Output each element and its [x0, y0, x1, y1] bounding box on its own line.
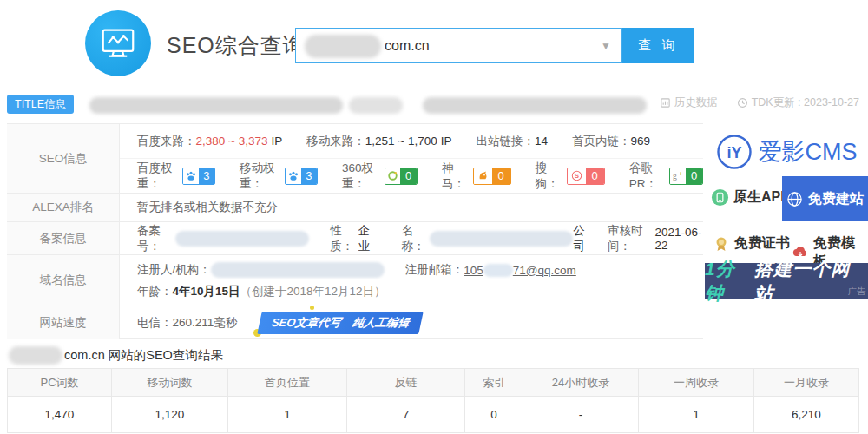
- row-label-alexa: ALEXA排名: [7, 194, 120, 221]
- domain-row: 域名信息 注册人/机构： 注册邮箱： 105 71@qq.com 年龄： 4年1…: [7, 255, 703, 306]
- baidu-paw-icon: [183, 168, 199, 184]
- history-data-link[interactable]: 历史数据: [660, 95, 718, 110]
- svg-text:+: +: [679, 171, 682, 177]
- seo-results-table: PC词数 移动词数 首页位置 反链 索引 24小时收录 一周收录 一月收录 1,…: [7, 368, 859, 433]
- seo-writing-ad-link[interactable]: SEO文章代写 纯人工编辑: [258, 312, 424, 334]
- domain-age: 4年10月15日: [173, 284, 240, 299]
- value-cell: 1: [228, 397, 347, 432]
- sogou-s-icon: S: [568, 168, 585, 184]
- name-label: 名称：: [402, 223, 431, 254]
- search-input[interactable]: com.cn ▼: [295, 28, 622, 63]
- weight-shenma: 神马： 0: [442, 161, 511, 192]
- redacted-registrant: [211, 262, 385, 278]
- audit-label: 审核时间：: [608, 223, 654, 254]
- certificate-icon: [713, 235, 730, 253]
- redacted-title-blur: [349, 97, 403, 114]
- col-header: 索引: [465, 369, 523, 396]
- chevron-down-icon[interactable]: ▼: [601, 40, 611, 52]
- redacted-title-blur: [423, 97, 647, 114]
- outlinks-value: 14: [535, 135, 548, 148]
- mobile-traffic-value: 1,251 ~ 1,700: [365, 135, 437, 148]
- clock-icon: [737, 97, 748, 108]
- 360-ring-icon: [385, 168, 401, 184]
- redacted-company-name: [430, 231, 573, 247]
- svg-text:g: g: [673, 171, 677, 181]
- telecom-label: 电信：: [137, 315, 173, 331]
- col-header: 24小时收录: [523, 369, 639, 396]
- cms-brand-link[interactable]: iY 爱影CMS: [705, 134, 868, 170]
- results-value-row: 1,470 1,120 1 7 0 - 1 6,210: [8, 397, 858, 432]
- domain-created: （创建于2018年12月12日）: [240, 284, 386, 299]
- ad-mark: 广告: [848, 286, 865, 298]
- site-info-table: SEO信息 百度来路： 2,380 ~ 3,373 IP 移动来路： 1,251…: [7, 123, 703, 339]
- results-header-row: PC词数 移动词数 首页位置 反链 索引 24小时收录 一周收录 一月收录: [8, 369, 858, 397]
- svg-text:S: S: [575, 172, 579, 180]
- decor-dot: [310, 306, 314, 310]
- redacted-domain-blur: [9, 346, 62, 365]
- homelinks-label: 首页内链：: [572, 134, 631, 149]
- globe-icon: [786, 191, 803, 207]
- weight-sogou: 搜狗： S 0: [536, 161, 605, 192]
- weight-mobile: 移动权重： 3: [240, 161, 318, 192]
- age-label: 年龄：: [137, 284, 173, 299]
- value-cell: 1,120: [112, 397, 228, 432]
- homelinks-value: 969: [630, 135, 650, 148]
- cms-brand-name: 爱影CMS: [759, 136, 858, 168]
- baidu-traffic-value: 2,380 ~ 3,373: [196, 135, 268, 148]
- free-build-link[interactable]: 免费建站: [782, 176, 868, 221]
- value-cell: 1: [639, 397, 754, 432]
- nature-value: 企业: [358, 223, 378, 254]
- seo-query-page: SEO综合查询 com.cn ▼ 查 询 TITLE信息 历史数据 TD: [0, 0, 868, 434]
- weight-360: 360权重： 0: [342, 161, 418, 192]
- search-value: com.cn: [385, 38, 430, 54]
- native-app-link[interactable]: 原生APP: [711, 188, 790, 207]
- row-label-domain: 域名信息: [7, 255, 120, 306]
- seo-info-row: SEO信息 百度来路： 2,380 ~ 3,373 IP 移动来路： 1,251…: [7, 124, 703, 194]
- audit-date: 2021-06-22: [654, 226, 703, 252]
- col-header: 反链: [347, 369, 465, 396]
- row-label-speed: 网站速度: [7, 306, 120, 339]
- registrant-email-link[interactable]: 105 71@qq.com: [464, 264, 576, 277]
- app-logo: [85, 10, 151, 76]
- redacted-title-blur: [89, 97, 343, 114]
- results-title: com.cn 网站的SEO查询结果: [9, 346, 223, 365]
- col-header: 移动词数: [112, 369, 228, 396]
- value-cell: -: [523, 397, 639, 432]
- telecom-value: 260.211毫秒: [173, 315, 238, 331]
- outlinks-label: 出站链接：: [476, 134, 535, 149]
- baidu-traffic-label: 百度来路：: [137, 134, 196, 149]
- row-label-beian: 备案信息: [7, 222, 120, 254]
- svg-text:iY: iY: [727, 144, 741, 161]
- value-cell: 0: [465, 397, 523, 432]
- company-suffix: 公司: [573, 223, 592, 254]
- value-cell: 7: [347, 397, 465, 432]
- banner-text: 搭建一个网站: [754, 257, 868, 306]
- mobile-traffic-label: 移动来路：: [306, 134, 365, 149]
- row-label-seo: SEO信息: [7, 124, 120, 193]
- email-label: 注册邮箱：: [405, 262, 464, 278]
- speed-row: 网站速度 电信： 260.211毫秒 SEO文章代写 纯人工编辑: [7, 306, 703, 339]
- native-app-icon: [711, 188, 729, 207]
- shenma-icon: [474, 168, 491, 184]
- redacted-email-part: [483, 264, 513, 277]
- col-header: PC词数: [8, 369, 112, 396]
- build-site-banner-link[interactable]: 1分钟 搭建一个网站 广告: [705, 263, 868, 299]
- alexa-row: ALEXA排名 暂无排名或相关数据不充分: [7, 194, 703, 222]
- free-cert-link[interactable]: 免费证书: [713, 234, 790, 253]
- col-header: 一周收录: [639, 369, 754, 396]
- history-icon: [660, 97, 671, 108]
- beian-number-label: 备案号：: [137, 223, 175, 254]
- value-cell: 6,210: [754, 397, 858, 432]
- google-plus-icon: g+: [670, 168, 686, 184]
- ad-sidebar: iY 爱影CMS 原生APP 免费建站 免费证书 免费: [705, 123, 868, 339]
- cms-logo-icon: iY: [716, 134, 753, 170]
- col-header: 一月收录: [754, 369, 858, 396]
- query-button[interactable]: 查 询: [622, 28, 694, 63]
- weight-google-pr: 谷歌PR： g+ 0: [629, 161, 703, 192]
- nature-label: 性质：: [330, 223, 358, 254]
- monitor-chart-icon: [98, 24, 138, 62]
- registrant-label: 注册人/机构：: [137, 262, 211, 278]
- weight-baidu: 百度权重： 3: [137, 161, 215, 192]
- page-title: SEO综合查询: [167, 31, 306, 60]
- alexa-text: 暂无排名或相关数据不充分: [137, 200, 278, 215]
